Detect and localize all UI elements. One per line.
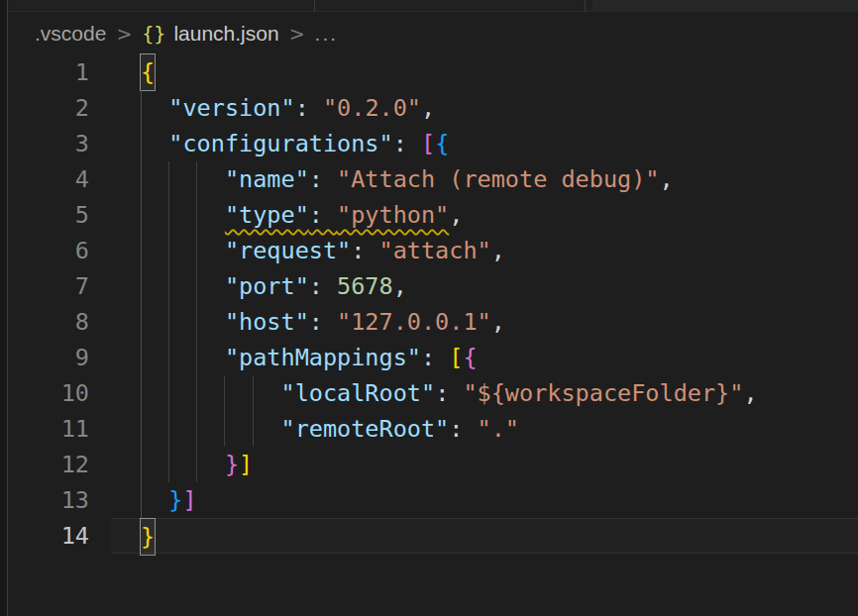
tab-bar[interactable]	[0, 0, 858, 12]
code-line[interactable]: 10 "localRoot": "${workspaceFolder}",	[8, 375, 858, 411]
code-line[interactable]: 8 "host": "127.0.0.1",	[8, 304, 858, 340]
json-file-icon: {}	[142, 22, 165, 46]
code-token: "type"	[225, 201, 309, 229]
chevron-right-icon: >	[106, 23, 142, 45]
code-token: :	[449, 415, 477, 443]
code-token	[141, 272, 225, 300]
breadcrumb: .vscode > {} launch.json > ...	[8, 13, 858, 54]
line-number[interactable]: 9	[8, 340, 111, 375]
code-token: ,	[393, 272, 407, 300]
code-token: "remoteRoot"	[280, 415, 449, 443]
indent-guide	[141, 447, 142, 482]
code-line-content[interactable]: }]	[111, 482, 858, 518]
indent-guide	[196, 447, 197, 482]
code-line[interactable]: 14}	[8, 518, 858, 554]
breadcrumb-file[interactable]: launch.json	[173, 22, 278, 46]
indent-guide	[141, 375, 142, 411]
code-token: ]	[239, 451, 253, 478]
code-token: "request"	[225, 237, 351, 264]
indent-guide	[224, 375, 225, 411]
code-line[interactable]: 3 "configurations": [{	[8, 126, 858, 161]
code-token: ,	[660, 165, 674, 193]
code-token: [	[421, 130, 435, 157]
indent-guide	[168, 304, 169, 340]
line-number[interactable]: 2	[8, 90, 111, 126]
code-line[interactable]: 7 "port": 5678,	[8, 268, 858, 304]
breadcrumb-symbol-more[interactable]: ...	[315, 22, 339, 46]
code-token: [	[449, 344, 463, 371]
code-line-content[interactable]: }	[111, 518, 858, 554]
line-number[interactable]: 10	[8, 375, 111, 411]
code-line[interactable]: 11 "remoteRoot": "."	[8, 411, 858, 447]
indent-guide	[141, 90, 142, 126]
code-line[interactable]: 2 "version": "0.2.0",	[8, 90, 858, 126]
code-line-content[interactable]: "pathMappings": [{	[111, 340, 858, 375]
line-number[interactable]: 8	[8, 304, 111, 340]
code-token: "name"	[225, 165, 309, 193]
code-token: :	[421, 344, 449, 371]
code-line-content[interactable]: {	[111, 54, 858, 90]
line-number[interactable]: 11	[8, 411, 111, 447]
code-token: :	[309, 165, 337, 193]
code-token: }	[225, 451, 239, 478]
code-token: :	[309, 272, 337, 300]
warning-squiggle: "type": "python"	[225, 201, 449, 229]
code-line-content[interactable]: "remoteRoot": "."	[111, 411, 858, 447]
editor-left-edge	[0, 0, 7, 616]
code-line-content[interactable]: "port": 5678,	[111, 268, 858, 304]
line-number[interactable]: 1	[8, 54, 111, 90]
code-line[interactable]: 4 "name": "Attach (remote debug)",	[8, 161, 858, 197]
indent-guide	[168, 340, 169, 375]
line-number[interactable]: 5	[8, 197, 111, 233]
breadcrumb-folder[interactable]: .vscode	[35, 22, 106, 46]
indent-guide	[196, 411, 197, 447]
indent-guide	[141, 233, 142, 268]
code-line-content[interactable]: "name": "Attach (remote debug)",	[111, 161, 858, 197]
line-number[interactable]: 6	[8, 233, 111, 268]
code-line-content[interactable]: "type": "python",	[111, 197, 858, 233]
code-token	[141, 486, 168, 514]
code-line-content[interactable]: }]	[111, 447, 858, 482]
code-token: "attach"	[379, 237, 491, 264]
code-line-content[interactable]: "host": "127.0.0.1",	[111, 304, 858, 340]
code-token	[141, 237, 225, 264]
indent-guide	[196, 161, 197, 197]
indent-guide	[253, 375, 254, 411]
tab-divider	[314, 0, 315, 12]
code-token: :	[435, 379, 463, 407]
indent-guide	[141, 482, 142, 518]
line-number[interactable]: 14	[8, 518, 111, 554]
code-line[interactable]: 12 }]	[8, 447, 858, 482]
code-line[interactable]: 9 "pathMappings": [{	[8, 340, 858, 375]
code-token: "${workspaceFolder}"	[463, 379, 743, 407]
code-line[interactable]: 1{	[8, 54, 858, 90]
code-line-content[interactable]: "localRoot": "${workspaceFolder}",	[111, 375, 858, 411]
line-number[interactable]: 12	[8, 447, 111, 482]
indent-guide	[168, 161, 169, 197]
indent-guide	[196, 233, 197, 268]
sidebar-sash[interactable]	[7, 0, 8, 616]
code-line-content[interactable]: "version": "0.2.0",	[111, 90, 858, 126]
indent-guide	[196, 340, 197, 375]
line-number[interactable]: 7	[8, 268, 111, 304]
indent-guide	[253, 411, 254, 447]
indent-guide	[168, 197, 169, 233]
code-token: "version"	[168, 94, 294, 122]
line-number[interactable]: 13	[8, 482, 111, 518]
chevron-right-icon: >	[279, 23, 315, 45]
code-token: "127.0.0.1"	[337, 308, 491, 336]
code-token: ,	[491, 237, 505, 264]
editor-code-area[interactable]: 1{2 "version": "0.2.0",3 "configurations…	[8, 54, 858, 554]
indent-guide	[141, 161, 142, 197]
code-line-content[interactable]: "request": "attach",	[111, 233, 858, 268]
code-token: {	[463, 344, 477, 371]
code-token: 5678	[337, 272, 393, 300]
code-line[interactable]: 6 "request": "attach",	[8, 233, 858, 268]
line-number[interactable]: 4	[8, 161, 111, 197]
tab-segment[interactable]	[592, 0, 858, 12]
code-token: :	[393, 130, 421, 157]
line-number[interactable]: 3	[8, 126, 111, 161]
code-line[interactable]: 13 }]	[8, 482, 858, 518]
code-line[interactable]: 5 "type": "python",	[8, 197, 858, 233]
code-line-content[interactable]: "configurations": [{	[111, 126, 858, 161]
